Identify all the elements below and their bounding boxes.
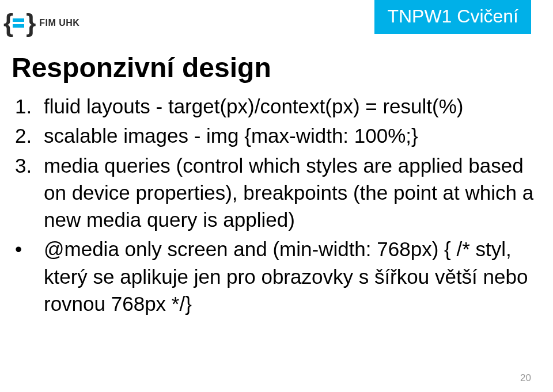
logo-equals-icon: [11, 16, 26, 31]
list-text: media queries (control which styles are …: [44, 152, 541, 234]
bullet-text: @media only screen and (min-width: 768px…: [44, 235, 541, 317]
list-item: 2. scalable images - img {max-width: 100…: [12, 122, 541, 149]
logo-text: FIM UHK: [39, 18, 79, 28]
bullet-mark: •: [12, 235, 44, 262]
slide-header: { } FIM UHK TNPW1 Cvičení: [0, 0, 553, 40]
list-number: 3.: [12, 152, 44, 179]
slide-title: Responzivní design: [12, 52, 541, 83]
list-text: fluid layouts - target(px)/context(px) =…: [44, 93, 541, 120]
list-text: scalable images - img {max-width: 100%;}: [44, 122, 541, 149]
list-number: 1.: [12, 93, 44, 120]
list-item: 3. media queries (control which styles a…: [12, 152, 541, 234]
logo: { } FIM UHK: [3, 10, 79, 36]
logo-bracket-right-icon: }: [26, 10, 33, 36]
course-badge: TNPW1 Cvičení: [374, 0, 531, 34]
bullet-item: • @media only screen and (min-width: 768…: [12, 235, 541, 317]
slide-content: Responzivní design 1. fluid layouts - ta…: [12, 52, 541, 317]
logo-bracket-left-icon: {: [3, 10, 11, 36]
page-number: 20: [520, 372, 531, 384]
list-item: 1. fluid layouts - target(px)/context(px…: [12, 93, 541, 120]
list-number: 2.: [12, 122, 44, 149]
